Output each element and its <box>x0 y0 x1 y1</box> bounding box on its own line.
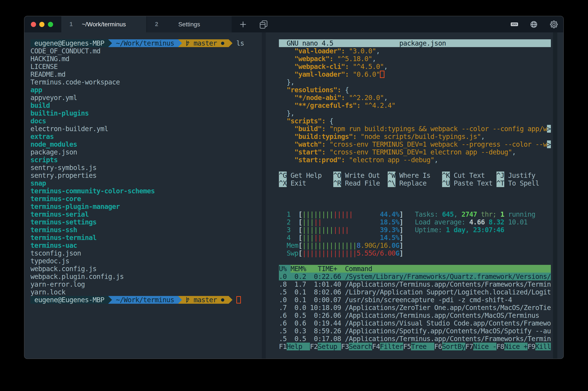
text-run: , <box>512 148 516 156</box>
text-run: Kill <box>535 343 551 350</box>
text-run: terminus-serial <box>30 210 89 218</box>
text-run: Uptime: <box>415 226 446 234</box>
htop-row: .7 0.0 10:18.09 /Applications/ZeroTier O… <box>279 304 551 311</box>
tab-settings[interactable]: 2 Settings <box>147 16 232 32</box>
text-run <box>361 101 364 109</box>
terminal-pane-right[interactable]: GNU nano 4.5 package.json "val-loader": … <box>266 32 563 359</box>
text-run: Search <box>349 343 372 350</box>
scrollbar[interactable] <box>553 32 557 359</box>
left-terminal-buffer: eugene@Eugenes-MBP ~/Work/terminus maste… <box>30 39 244 304</box>
ls-entry: terminus-serial <box>30 210 244 218</box>
serial-port-icon: IOIOI <box>511 22 518 26</box>
htop-cpu1-meter: 1 [||||||||||||| 44.4%] Tasks: 645, 2747… <box>279 210 551 218</box>
tab-title: Settings <box>147 16 232 32</box>
text-run: , <box>454 210 461 218</box>
terminal-line <box>279 195 551 203</box>
ls-entry: webpack.config.js <box>30 265 244 273</box>
ls-entry: webpack.plugin.config.js <box>30 273 244 280</box>
text-run: Mem <box>279 242 298 249</box>
htop-row: .8 1.7 1:01.40 /Applications/Terminus.ap… <box>279 280 551 288</box>
text-run <box>325 125 329 133</box>
text-run: [ <box>298 242 302 249</box>
web-button[interactable] <box>527 16 540 32</box>
text-run: node_modules <box>30 140 77 148</box>
text-run: Filter <box>380 343 403 350</box>
text-run: webpack.config.js <box>30 265 96 273</box>
text-run: 18.5% <box>380 218 399 226</box>
text-run <box>403 226 415 234</box>
ls-entry: CODE_OF_CONDUCT.md <box>30 47 244 55</box>
text-run: LICENSE <box>30 63 58 70</box>
text-run: app <box>30 86 42 94</box>
titlebar-right-icons: IOIOI <box>477 16 563 32</box>
text-run <box>279 148 294 156</box>
settings-button[interactable] <box>547 16 560 32</box>
pane-divider[interactable] <box>262 32 266 359</box>
split-pane-button[interactable] <box>257 16 271 32</box>
terminal-line: "build": "npm run build:typings && webpa… <box>279 125 551 133</box>
ls-entry: terminus-ssh <box>30 226 244 234</box>
text-run: 10.01 <box>504 218 527 226</box>
shell-prompt: eugene@Eugenes-MBP ~/Work/terminus maste… <box>30 296 244 304</box>
gear-icon <box>550 20 558 29</box>
ls-entry: terminus-core <box>30 195 244 203</box>
text-run: ^U <box>442 179 450 187</box>
new-tab-button[interactable] <box>236 16 250 32</box>
text-run: "build": <box>294 125 325 133</box>
htop-row: .6 0.5 0:26.06 /Applications/Terminus.ap… <box>279 311 551 319</box>
shell-prompt: eugene@Eugenes-MBP ~/Work/terminus maste… <box>30 39 244 47</box>
text-run: "cross-env TERMINUS_DEV=1 webpack --prog… <box>329 140 547 148</box>
text-run: ^K <box>442 172 450 179</box>
ls-entry: terminus-plugin-manager <box>30 203 244 210</box>
ls-entry: builtin-plugins <box>30 109 244 117</box>
text-run <box>225 296 228 304</box>
serial-port-button[interactable]: IOIOI <box>508 16 521 32</box>
ls-entry: snap <box>30 179 244 187</box>
text-run: , <box>372 55 376 63</box>
text-run: builtin-plugins <box>30 109 89 117</box>
zoom-button[interactable] <box>48 22 53 27</box>
htop-cpu4-meter: 4 [||||| 14.5%] <box>279 234 551 242</box>
text-run: "^4.2.4" <box>364 101 395 109</box>
text-run: build <box>30 101 50 109</box>
text-run: sentry.properties <box>30 172 96 179</box>
git-dirty-dot-icon <box>221 39 225 47</box>
terminal-line: }, <box>279 109 551 117</box>
text-run: Help <box>287 343 310 350</box>
text-run: terminus-plugin-manager <box>30 203 120 210</box>
text-run: 5.55G/6.00 <box>357 249 395 257</box>
text-run: ^R <box>333 179 341 187</box>
text-run: Swp <box>279 249 298 257</box>
terminal-line: "yaml-loader": "0.6.0" <box>279 70 551 78</box>
text-run <box>341 86 345 94</box>
text-run: "yaml-loader": <box>294 70 349 78</box>
text-run: Read File <box>341 179 388 187</box>
powerline-arrow-icon <box>178 296 182 304</box>
text-run <box>403 218 415 226</box>
text-run: F1 <box>279 343 287 350</box>
text-run <box>345 47 349 55</box>
tab-terminal[interactable]: 1 ~/Work/terminus <box>61 16 146 32</box>
text-run: "watch": <box>294 140 325 148</box>
prompt-cwd: ~/Work/terminus <box>112 296 178 304</box>
terminal-line <box>279 257 551 265</box>
minimize-button[interactable] <box>39 22 44 27</box>
text-run: [ <box>298 249 302 257</box>
tab-number: 1 <box>70 16 73 32</box>
terminal-line <box>279 187 551 195</box>
tab-number: 2 <box>155 16 158 32</box>
htop-row: .0 0.1 0:00.07 /usr/sbin/screencapture -… <box>279 296 551 304</box>
text-run: Exit <box>287 179 333 187</box>
text-run: MEM% TIME+ Command <box>291 265 372 273</box>
terminal-pane-left[interactable]: eugene@Eugenes-MBP ~/Work/terminus maste… <box>24 32 262 359</box>
text-run: package.json <box>30 148 77 156</box>
close-button[interactable] <box>31 22 36 27</box>
text-run <box>345 94 349 101</box>
text-run: .0 0.1 0:00.07 /usr/sbin/screencapture -… <box>279 296 512 304</box>
text-run: terminus-core <box>30 195 81 203</box>
text-run: .7 0.0 10:18.09 /Applications/ZeroTier O… <box>279 304 551 311</box>
text-run: 44.4% <box>380 210 399 218</box>
text-run <box>357 133 361 140</box>
text-run: Cut Text <box>450 172 497 179</box>
right-terminal-buffer: GNU nano 4.5 package.json "val-loader": … <box>279 39 551 350</box>
